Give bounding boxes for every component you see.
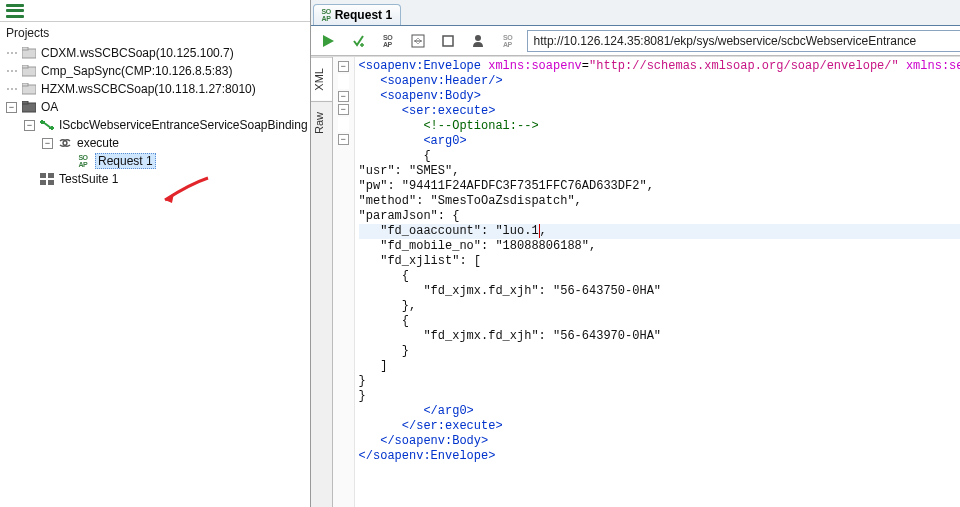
add-to-testcase-button[interactable] [347, 30, 369, 52]
leaf-spacer [24, 174, 35, 185]
svg-rect-13 [443, 36, 453, 46]
soap-request-icon: SOAP [75, 154, 91, 168]
tree-node-binding[interactable]: − IScbcWebserviceEntranceServiceSoapBind… [2, 116, 308, 134]
expand-icon[interactable]: − [42, 138, 53, 149]
svg-rect-11 [48, 180, 54, 185]
leaf-spacer [60, 156, 71, 167]
left-toolbar [0, 0, 310, 22]
box-button[interactable] [437, 30, 459, 52]
fold-toggle[interactable]: − [338, 134, 349, 145]
run-button[interactable] [317, 30, 339, 52]
node-label: Request 1 [95, 153, 156, 169]
endpoint-url-text: http://10.126.124.35:8081/ekp/sys/webser… [534, 34, 917, 48]
project-icon [21, 46, 37, 60]
tree-connector: ⋯ [6, 82, 17, 96]
fold-toggle[interactable]: − [338, 104, 349, 115]
soap-button[interactable]: SOAP [377, 30, 399, 52]
expand-icon[interactable]: − [6, 102, 17, 113]
tab-request1[interactable]: SOAP Request 1 [313, 4, 401, 25]
node-label: CDXM.wsSCBCSoap(10.125.100.7) [41, 46, 234, 60]
expand-icon[interactable]: − [24, 120, 35, 131]
editor-tab-bar: SOAP Request 1 [311, 0, 960, 26]
operation-icon [57, 136, 73, 150]
request-editor-pane: SOAP Request 1 SOAP SOAP http://10.126.1… [311, 0, 960, 507]
tree-node-cmp[interactable]: ⋯ Cmp_SapSync(CMP:10.126.8.5:83) [2, 62, 308, 80]
svg-rect-1 [22, 47, 28, 50]
side-tab-raw[interactable]: Raw [311, 101, 332, 144]
auth-button[interactable] [467, 30, 489, 52]
project-tree[interactable]: ⋯ CDXM.wsSCBCSoap(10.125.100.7) ⋯ Cmp_Sa… [0, 44, 310, 507]
fold-toggle[interactable]: − [338, 61, 349, 72]
folder-icon [21, 100, 37, 114]
tree-node-request1[interactable]: SOAP Request 1 [2, 152, 308, 170]
fold-toggle[interactable]: − [338, 91, 349, 102]
tree-connector: ⋯ [6, 46, 17, 60]
soap-action-button[interactable]: SOAP [497, 30, 519, 52]
svg-rect-10 [40, 180, 46, 185]
side-tab-xml[interactable]: XML [311, 57, 332, 101]
node-label: execute [77, 136, 119, 150]
project-icon [21, 64, 37, 78]
svg-rect-5 [22, 83, 28, 86]
tree-node-oa[interactable]: − OA [2, 98, 308, 116]
svg-rect-9 [48, 173, 54, 178]
editor-area: XML Raw − − − − <soapenv:Envelope xmlns:… [311, 56, 960, 507]
tab-title: Request 1 [335, 8, 392, 22]
node-label: TestSuite 1 [59, 172, 118, 186]
tree-node-cdxm[interactable]: ⋯ CDXM.wsSCBCSoap(10.125.100.7) [2, 44, 308, 62]
svg-rect-3 [22, 65, 28, 68]
tree-connector: ⋯ [6, 64, 17, 78]
soap-icon: SOAP [322, 8, 331, 22]
node-label: Cmp_SapSync(CMP:10.126.8.5:83) [41, 64, 232, 78]
view-side-tabs: XML Raw [311, 57, 333, 507]
request-toolbar: SOAP SOAP http://10.126.124.35:8081/ekp/… [311, 26, 960, 56]
xml-editor[interactable]: <soapenv:Envelope xmlns:soapenv="http://… [355, 57, 960, 507]
interface-icon [39, 118, 55, 132]
tree-node-execute[interactable]: − execute [2, 134, 308, 152]
node-label: HZXM.wsSCBCSoap(10.118.1.27:8010) [41, 82, 256, 96]
endpoint-url-field[interactable]: http://10.126.124.35:8081/ekp/sys/webser… [527, 30, 960, 52]
tree-node-hzxm[interactable]: ⋯ HZXM.wsSCBCSoap(10.118.1.27:8010) [2, 80, 308, 98]
project-icon [21, 82, 37, 96]
create-form-button[interactable] [407, 30, 429, 52]
svg-rect-7 [22, 101, 28, 104]
svg-point-14 [475, 35, 481, 41]
tree-node-testsuite[interactable]: TestSuite 1 [2, 170, 308, 188]
fold-gutter: − − − − [333, 57, 355, 507]
node-label: IScbcWebserviceEntranceServiceSoapBindin… [59, 118, 308, 132]
projects-label: Projects [0, 22, 310, 44]
testsuite-icon [39, 172, 55, 186]
menu-icon[interactable] [4, 0, 26, 22]
project-tree-pane: Projects ⋯ CDXM.wsSCBCSoap(10.125.100.7)… [0, 0, 311, 507]
node-label: OA [41, 100, 58, 114]
svg-rect-8 [40, 173, 46, 178]
